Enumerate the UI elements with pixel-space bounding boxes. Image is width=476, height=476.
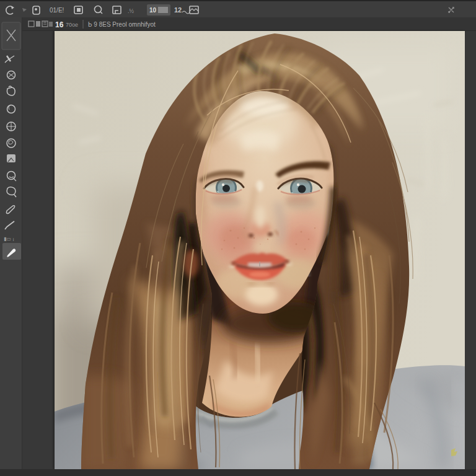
svg-text:01/E!: 01/E! <box>50 7 64 14</box>
svg-text:70oe: 70oe <box>66 22 78 28</box>
svg-text:▮▭ ¡: ▮▭ ¡ <box>4 236 14 242</box>
svg-text:16: 16 <box>55 20 64 29</box>
svg-text:Ь 9 8ЕЅ Preol omnhifyot: Ь 9 8ЕЅ Preol omnhifyot <box>88 21 156 28</box>
svg-text:10: 10 <box>149 7 157 14</box>
svg-text:12: 12 <box>174 6 182 14</box>
svg-text:.½: .½ <box>128 8 134 14</box>
